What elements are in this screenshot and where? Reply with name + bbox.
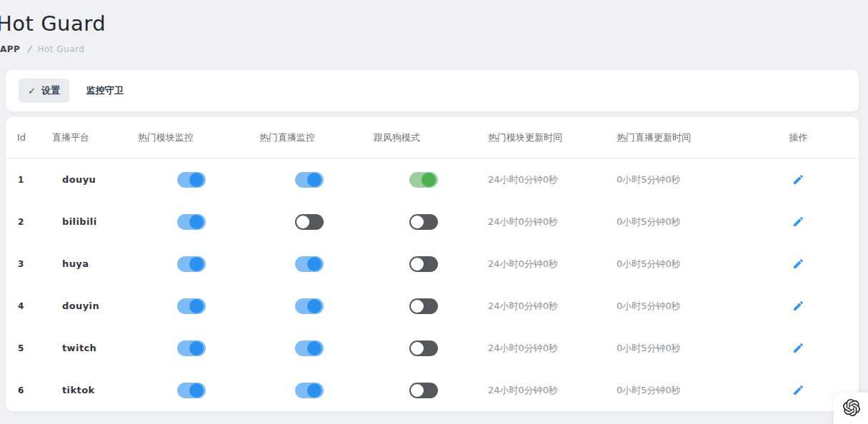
dog-mode-toggle[interactable] [409, 298, 438, 314]
tab-monitor-guard[interactable]: 监控守卫 [86, 84, 124, 97]
module-monitor-toggle[interactable] [177, 383, 206, 398]
platform-name: bilibili [45, 201, 131, 243]
assistant-button[interactable] [834, 393, 868, 424]
tab-settings[interactable]: ✓ 设置 [19, 79, 69, 103]
toggle-knob [307, 341, 321, 355]
module-update-time: 24小时0分钟0秒 [481, 327, 609, 369]
toggle-knob [189, 257, 204, 271]
toggle-knob [411, 384, 424, 397]
col-header-module-time: 热门模块更新时间 [481, 131, 609, 144]
live-update-time: 0小时5分钟0秒 [609, 243, 738, 285]
table-row: 6 tiktok 24小时0分钟0秒 0小时5分钟0秒 [6, 369, 859, 411]
toggle-knob [307, 257, 321, 271]
edit-pencil-icon [792, 342, 804, 354]
dog-mode-toggle[interactable] [409, 383, 438, 398]
toggle-knob [307, 299, 321, 313]
live-monitor-toggle[interactable] [295, 298, 324, 314]
edit-button[interactable] [792, 216, 804, 228]
platform-name: twitch [45, 327, 131, 369]
live-monitor-toggle[interactable] [295, 383, 324, 398]
row-id: 5 [6, 327, 45, 369]
col-header-module-monitor: 热门模块监控 [131, 131, 252, 144]
live-monitor-toggle[interactable] [295, 256, 324, 272]
platform-name: huya [45, 243, 131, 285]
dog-mode-toggle[interactable] [409, 214, 438, 230]
toggle-knob [189, 341, 204, 355]
edit-button[interactable] [792, 384, 804, 396]
platform-name: douyu [45, 158, 131, 201]
row-id: 3 [6, 243, 45, 285]
table-row: 5 twitch 24小时0分钟0秒 0小时5分钟0秒 [6, 327, 859, 369]
table-row: 2 bilibili 24小时0分钟0秒 0小时5分钟0秒 [6, 201, 859, 243]
edit-button[interactable] [792, 342, 804, 354]
breadcrumb-root[interactable]: APP [0, 44, 20, 54]
edit-pencil-icon [792, 300, 804, 312]
module-monitor-toggle[interactable] [177, 256, 206, 272]
toggle-knob [189, 173, 204, 187]
edit-pencil-icon [792, 384, 804, 396]
tab-settings-label: 设置 [41, 84, 60, 97]
toggle-knob [411, 300, 424, 313]
table-header: Id 直播平台 热门模块监控 热门直播监控 跟风狗模式 热门模块更新时间 热门直… [6, 117, 859, 158]
toggle-knob [411, 258, 424, 271]
dog-mode-toggle[interactable] [409, 256, 438, 272]
live-monitor-toggle[interactable] [295, 340, 324, 356]
toggle-knob [189, 383, 204, 398]
live-update-time: 0小时5分钟0秒 [609, 327, 738, 369]
edit-pencil-icon [792, 173, 804, 186]
toggle-knob [296, 216, 309, 228]
row-id: 1 [6, 158, 45, 201]
edit-button[interactable] [792, 258, 804, 270]
col-header-platform: 直播平台 [45, 131, 131, 144]
module-monitor-toggle[interactable] [177, 340, 206, 356]
row-id: 2 [6, 201, 45, 243]
page-header: Hot Guard APP / Hot Guard [0, 0, 868, 54]
edit-pencil-icon [792, 258, 804, 270]
page-title: Hot Guard [0, 11, 868, 36]
table-card: Id 直播平台 热门模块监控 热门直播监控 跟风狗模式 热门模块更新时间 热门直… [6, 117, 859, 411]
col-header-live-monitor: 热门直播监控 [252, 131, 366, 144]
dog-mode-toggle[interactable] [409, 340, 438, 356]
edit-button[interactable] [792, 173, 804, 186]
table-row: 4 douyin 24小时0分钟0秒 0小时5分钟0秒 [6, 285, 859, 327]
table-body: 1 douyu 24小时0分钟0秒 0小时5分钟0秒 [6, 158, 859, 411]
table-row: 3 huya 24小时0分钟0秒 0小时5分钟0秒 [6, 243, 859, 285]
toggle-knob [307, 383, 321, 398]
module-monitor-toggle[interactable] [177, 214, 206, 230]
live-update-time: 0小时5分钟0秒 [609, 285, 738, 327]
toggle-knob [421, 173, 436, 187]
live-update-time: 0小时5分钟0秒 [609, 158, 738, 201]
toggle-knob [307, 173, 321, 187]
toggle-knob [189, 215, 204, 229]
toggle-knob [189, 299, 204, 313]
platform-name: douyin [45, 285, 131, 327]
platform-name: tiktok [45, 369, 131, 411]
toggle-knob [411, 216, 424, 228]
openai-logo-icon [843, 399, 860, 416]
col-header-live-time: 热门直播更新时间 [609, 131, 738, 144]
tabs-card: ✓ 设置 监控守卫 [6, 70, 859, 111]
live-update-time: 0小时5分钟0秒 [609, 201, 738, 243]
live-monitor-toggle[interactable] [295, 214, 324, 230]
module-update-time: 24小时0分钟0秒 [481, 243, 609, 285]
check-icon: ✓ [28, 86, 36, 96]
edit-button[interactable] [792, 300, 804, 312]
module-update-time: 24小时0分钟0秒 [481, 369, 609, 411]
col-header-id: Id [6, 132, 45, 143]
module-monitor-toggle[interactable] [177, 298, 206, 314]
module-update-time: 24小时0分钟0秒 [481, 285, 609, 327]
edit-pencil-icon [792, 216, 804, 228]
breadcrumb-current: Hot Guard [37, 44, 84, 54]
live-update-time: 0小时5分钟0秒 [609, 369, 738, 411]
row-id: 4 [6, 285, 45, 327]
toggle-knob [411, 342, 424, 355]
breadcrumb: APP / Hot Guard [0, 44, 868, 54]
col-header-dog-mode: 跟风狗模式 [366, 131, 481, 144]
dog-mode-toggle[interactable] [409, 172, 438, 188]
breadcrumb-separator: / [27, 44, 30, 54]
col-header-actions: 操作 [738, 131, 859, 144]
module-update-time: 24小时0分钟0秒 [481, 158, 609, 201]
table-row: 1 douyu 24小时0分钟0秒 0小时5分钟0秒 [6, 158, 859, 201]
live-monitor-toggle[interactable] [295, 172, 324, 188]
module-monitor-toggle[interactable] [177, 172, 206, 188]
